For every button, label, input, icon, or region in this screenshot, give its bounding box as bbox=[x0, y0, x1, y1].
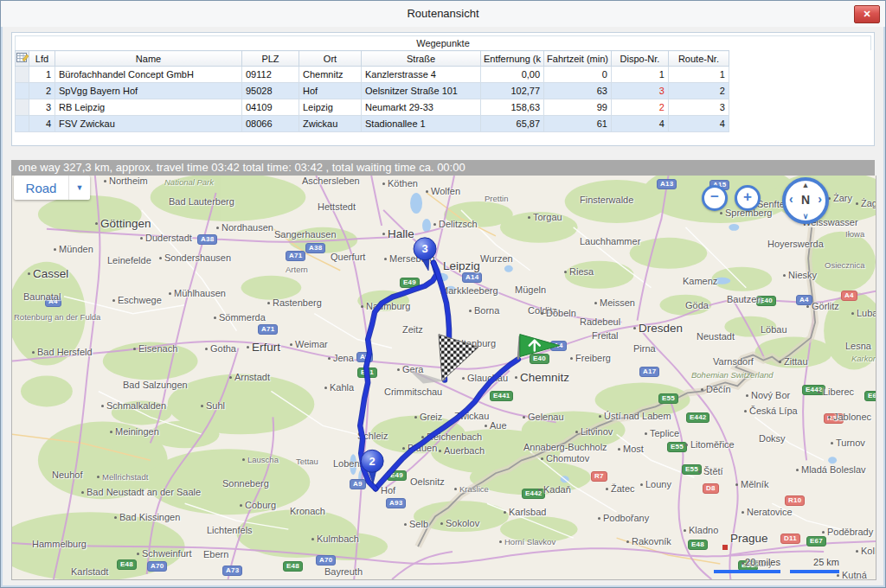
column-header[interactable]: Route-Nr. bbox=[668, 51, 729, 67]
compass-control[interactable]: ▲ N ‹ › ∨ bbox=[782, 177, 829, 224]
compass-up-icon: ▲ bbox=[786, 181, 825, 189]
titlebar[interactable]: Routenansicht ✕ bbox=[1, 1, 885, 27]
cell-ort: Zwickau bbox=[299, 116, 362, 132]
edit-table-icon bbox=[16, 52, 29, 64]
row-indicator-cell bbox=[16, 67, 29, 83]
cell-lfd: 1 bbox=[29, 67, 55, 83]
cell-dispo: 1 bbox=[611, 67, 668, 83]
cell-strasse: Kanzlerstrasse 4 bbox=[362, 67, 481, 83]
map-canvas[interactable]: A38A38A71A71A14E49A4A4E40E441A9E51A4E40A… bbox=[11, 176, 876, 580]
minus-icon: − bbox=[710, 189, 719, 205]
cell-entfernung: 65,87 bbox=[481, 116, 544, 132]
cell-fahrtzeit: 63 bbox=[544, 83, 612, 99]
cell-ort: Hof bbox=[299, 83, 362, 99]
row-indicator-cell bbox=[16, 116, 29, 132]
cell-name: FSV Zwickau bbox=[55, 116, 242, 132]
table-row[interactable]: 2SpVgg Bayern Hof95028HofOelsnitzer Stra… bbox=[16, 83, 729, 99]
column-header[interactable]: Name bbox=[55, 51, 242, 67]
cell-plz: 95028 bbox=[242, 83, 299, 99]
edit-table-icon-cell[interactable] bbox=[16, 51, 29, 67]
cell-route: 1 bbox=[668, 67, 729, 83]
plus-icon: + bbox=[743, 189, 752, 205]
cell-fahrtzeit: 0 bbox=[544, 67, 612, 83]
column-header[interactable]: Entfernung (k bbox=[481, 51, 544, 67]
close-icon: ✕ bbox=[863, 9, 870, 19]
column-header[interactable]: Dispo-Nr. bbox=[611, 51, 668, 67]
cell-fahrtzeit: 99 bbox=[544, 99, 612, 116]
close-button[interactable]: ✕ bbox=[854, 5, 880, 23]
table-row[interactable]: 3RB Leipzig04109LeipzigNeumarkt 29-33158… bbox=[16, 99, 729, 116]
column-header[interactable]: PLZ bbox=[242, 51, 299, 67]
cell-lfd: 4 bbox=[29, 116, 55, 132]
map-geography bbox=[12, 176, 876, 579]
compass-down-icon: ∨ bbox=[786, 212, 825, 220]
cell-name: Bürofachhandel Concept GmbH bbox=[55, 67, 242, 83]
cell-ort: Chemnitz bbox=[299, 67, 362, 83]
cell-plz: 09112 bbox=[242, 67, 299, 83]
table-header-row: LfdNamePLZOrtStraßeEntfernung (kFahrtzei… bbox=[16, 51, 729, 67]
cell-dispo: 3 bbox=[611, 83, 668, 99]
cell-dispo: 2 bbox=[611, 99, 668, 116]
cell-entfernung: 158,63 bbox=[481, 99, 544, 116]
cell-route: 2 bbox=[668, 83, 729, 99]
cell-strasse: Oelsnitzer Straße 101 bbox=[362, 83, 481, 99]
cell-strasse: Neumarkt 29-33 bbox=[362, 99, 481, 116]
chevron-down-icon[interactable]: ▼ bbox=[68, 176, 90, 200]
route-view-window: Routenansicht ✕ Wegepunkte bbox=[0, 0, 886, 588]
cell-strasse: Stadionallee 1 bbox=[362, 116, 481, 132]
scale-km-bar bbox=[790, 570, 839, 573]
row-indicator-cell bbox=[16, 99, 29, 116]
cell-plz: 04109 bbox=[242, 99, 299, 116]
scale-miles-label: 20 miles bbox=[714, 557, 780, 567]
row-indicator-cell bbox=[16, 83, 29, 99]
cell-lfd: 3 bbox=[29, 99, 55, 116]
waypoints-panel: Wegepunkte LfdNamePLZOrtSt bbox=[11, 32, 875, 146]
column-header[interactable]: Fahrtzeit (min) bbox=[544, 51, 612, 67]
column-header[interactable]: Lfd bbox=[29, 51, 55, 67]
scale-km-label: 25 km bbox=[790, 557, 839, 567]
compass-north-label: N bbox=[786, 193, 825, 207]
capital-city-square bbox=[722, 545, 728, 550]
cell-entfernung: 0,00 bbox=[481, 67, 544, 83]
waypoints-group-header: Wegepunkte bbox=[15, 35, 871, 50]
column-header[interactable]: Straße bbox=[362, 51, 481, 67]
cell-name: SpVgg Bayern Hof bbox=[55, 83, 242, 99]
compass-left-icon: ‹ bbox=[789, 192, 793, 206]
scale-miles-bar bbox=[714, 570, 780, 573]
table-row[interactable]: 4FSV Zwickau08066ZwickauStadionallee 165… bbox=[16, 116, 729, 132]
route-summary-bar: one way 327,3 km, approx. travel time 03… bbox=[11, 160, 875, 176]
map-style-button[interactable]: Road ▼ bbox=[14, 176, 90, 200]
cell-ort: Leipzig bbox=[299, 99, 362, 116]
cell-route: 4 bbox=[668, 116, 729, 132]
cell-entfernung: 102,77 bbox=[481, 83, 544, 99]
window-title: Routenansicht bbox=[1, 7, 885, 20]
cell-route: 3 bbox=[668, 99, 729, 116]
cell-name: RB Leipzig bbox=[55, 99, 242, 116]
cell-fahrtzeit: 61 bbox=[544, 116, 612, 132]
cell-lfd: 2 bbox=[29, 83, 55, 99]
cell-dispo: 4 bbox=[611, 116, 668, 132]
zoom-in-button[interactable]: + bbox=[735, 185, 761, 211]
cell-plz: 08066 bbox=[242, 116, 299, 132]
column-header[interactable]: Ort bbox=[299, 51, 362, 67]
compass-right-icon: › bbox=[818, 192, 822, 206]
waypoints-table: LfdNamePLZOrtStraßeEntfernung (kFahrtzei… bbox=[15, 50, 729, 132]
zoom-out-button[interactable]: − bbox=[702, 185, 728, 211]
table-row[interactable]: 1Bürofachhandel Concept GmbH09112Chemnit… bbox=[16, 67, 729, 83]
map-style-label: Road bbox=[14, 181, 68, 195]
